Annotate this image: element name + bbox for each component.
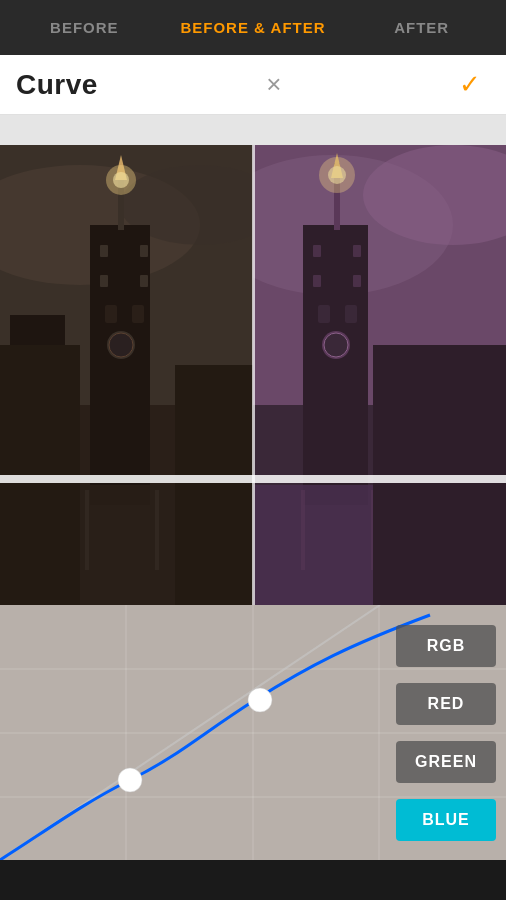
svg-rect-11 <box>105 305 117 323</box>
curve-editor[interactable]: RGB RED GREEN BLUE <box>0 605 506 860</box>
svg-rect-37 <box>345 305 357 323</box>
svg-rect-16 <box>85 490 89 570</box>
svg-rect-10 <box>140 275 148 287</box>
nav-after-button[interactable]: AFTER <box>337 0 506 55</box>
svg-point-55 <box>118 768 142 792</box>
check-icon[interactable]: ✓ <box>450 69 490 100</box>
page-title: Curve <box>16 69 98 101</box>
color-channel-panel: RGB RED GREEN BLUE <box>386 605 506 860</box>
svg-rect-41 <box>301 490 305 570</box>
svg-rect-36 <box>318 305 330 323</box>
top-navigation: BEFORE BEFORE & AFTER AFTER <box>0 0 506 55</box>
before-image <box>0 145 253 605</box>
svg-rect-32 <box>313 245 321 257</box>
title-bar: Curve × ✓ <box>0 55 506 115</box>
after-image <box>253 145 506 605</box>
svg-point-14 <box>109 333 133 357</box>
close-icon[interactable]: × <box>254 69 294 100</box>
rgb-button[interactable]: RGB <box>396 625 496 667</box>
svg-rect-29 <box>303 225 368 505</box>
svg-rect-9 <box>100 275 108 287</box>
svg-rect-33 <box>353 245 361 257</box>
svg-point-39 <box>324 333 348 357</box>
nav-before-after-button[interactable]: BEFORE & AFTER <box>169 0 338 55</box>
svg-rect-4 <box>90 225 150 505</box>
svg-point-56 <box>248 688 272 712</box>
green-button[interactable]: GREEN <box>396 741 496 783</box>
nav-before-button[interactable]: BEFORE <box>0 0 169 55</box>
svg-rect-21 <box>10 315 65 345</box>
svg-point-47 <box>328 166 346 184</box>
svg-rect-22 <box>175 365 253 605</box>
blue-button[interactable]: BLUE <box>396 799 496 841</box>
image-preview <box>0 145 506 605</box>
svg-rect-35 <box>353 275 361 287</box>
svg-point-24 <box>113 172 129 188</box>
divider-bar <box>0 115 506 145</box>
svg-rect-12 <box>132 305 144 323</box>
red-button[interactable]: RED <box>396 683 496 725</box>
svg-rect-17 <box>155 490 159 570</box>
svg-rect-7 <box>100 245 108 257</box>
svg-rect-34 <box>313 275 321 287</box>
svg-rect-8 <box>140 245 148 257</box>
split-divider <box>252 145 255 605</box>
